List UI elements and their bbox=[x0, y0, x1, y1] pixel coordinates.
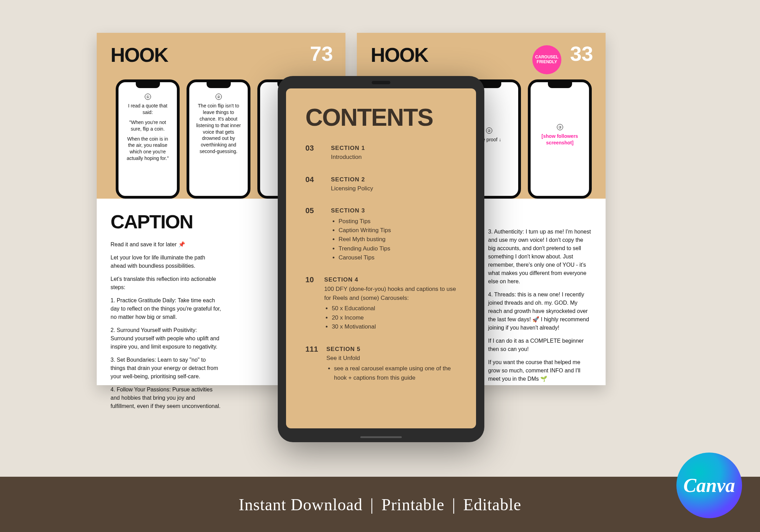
caption-line: Let your love for life illuminate the pa… bbox=[111, 254, 221, 270]
hook-number: 73 bbox=[310, 42, 333, 66]
caption-column: 3. Authenticity: I turn up as me! I'm ho… bbox=[488, 210, 592, 383]
hook-label: HOOK bbox=[111, 43, 332, 66]
carousel-friendly-seal: CAROUSEL FRIENDLY bbox=[532, 45, 561, 74]
caption-line: 2. Surround Yourself with Positivity: Su… bbox=[111, 326, 221, 351]
caption-line: Read it and save it for later 📌 bbox=[111, 240, 221, 249]
toc-desc: See it Unfold bbox=[326, 355, 360, 361]
caption-line: Let's translate this reflection into act… bbox=[111, 275, 221, 292]
toc-title: CONTENTS bbox=[305, 104, 457, 131]
toc-body: SECTION 5 See it Unfold see a real carou… bbox=[326, 345, 457, 382]
toc-num: 10 bbox=[305, 275, 316, 331]
footer-text: Instant Download bbox=[239, 495, 363, 514]
toc-row: 03 SECTION 1 Introduction bbox=[305, 144, 457, 162]
toc-heading: SECTION 2 bbox=[331, 175, 373, 184]
caption-line: 4. Threads: this is a new one! I recentl… bbox=[488, 291, 592, 332]
tablet-frame: CONTENTS 03 SECTION 1 Introduction 04 SE… bbox=[278, 76, 484, 442]
toc-desc: Licensing Policy bbox=[331, 185, 373, 192]
caption-column: Read it and save it for later 📌 Let your… bbox=[111, 240, 221, 410]
footer-text: Editable bbox=[463, 495, 521, 514]
caption-line: 4. Follow Your Passions: Pursue activiti… bbox=[111, 386, 221, 410]
toc-bullet: 20 x Income bbox=[332, 313, 457, 322]
toc-body: SECTION 1 Introduction bbox=[331, 144, 365, 162]
footer-text: Printable bbox=[381, 495, 444, 514]
toc-num: 111 bbox=[305, 345, 318, 382]
canva-logo: Canva bbox=[676, 453, 742, 518]
toc-num: 03 bbox=[305, 144, 323, 162]
toc-bullet: 30 x Motivational bbox=[332, 322, 457, 331]
slide-index: ① bbox=[145, 94, 151, 100]
toc-bullet: 50 x Educational bbox=[332, 304, 457, 313]
toc-body: SECTION 3 Posting Tips Caption Writing T… bbox=[331, 206, 391, 262]
caption-line: 3. Set Boundaries: Learn to say "no" to … bbox=[111, 356, 221, 381]
toc-bullet: Caption Writing Tips bbox=[339, 226, 391, 235]
phone-slide-3: ③ [show followers screenshot] bbox=[528, 79, 592, 199]
phone-text: When the coin is in the air, you realise… bbox=[123, 136, 172, 162]
phone-slide-2: ② The coin flip isn't to leave things to… bbox=[187, 79, 250, 199]
phone-slide-1: ① I read a quote that said: "When you're… bbox=[116, 79, 180, 199]
caption-line: If I can do it as a COMPLETE beginner th… bbox=[488, 337, 592, 353]
toc-body: SECTION 2 Licensing Policy bbox=[331, 175, 373, 193]
toc-row: 05 SECTION 3 Posting Tips Caption Writin… bbox=[305, 206, 457, 262]
toc-bullet: Trending Audio Tips bbox=[339, 244, 391, 253]
phone-text: "When you're not sure, flip a coin. bbox=[123, 119, 172, 132]
toc-heading: SECTION 5 bbox=[326, 345, 457, 354]
toc-row: 111 SECTION 5 See it Unfold see a real c… bbox=[305, 345, 457, 382]
caption-line: 3. Authenticity: I turn up as me! I'm ho… bbox=[488, 228, 592, 286]
toc-desc: Introduction bbox=[331, 154, 362, 160]
toc-bullet: Reel Myth busting bbox=[339, 235, 391, 244]
separator: | bbox=[452, 495, 456, 514]
slide-index: ② bbox=[486, 127, 492, 134]
hook-number: 33 bbox=[570, 42, 593, 66]
toc-row: 04 SECTION 2 Licensing Policy bbox=[305, 175, 457, 193]
toc-bullet: see a real carousel example using one of… bbox=[334, 364, 457, 382]
toc-row: 10 SECTION 4 100 DFY (done-for-you) hook… bbox=[305, 275, 457, 331]
separator: | bbox=[370, 495, 374, 514]
toc-heading: SECTION 1 bbox=[331, 144, 365, 153]
toc-body: SECTION 4 100 DFY (done-for-you) hooks a… bbox=[324, 275, 457, 331]
toc-heading: SECTION 3 bbox=[331, 206, 391, 215]
phone-text: [show followers screenshot] bbox=[535, 133, 584, 146]
phone-text: I read a quote that said: bbox=[123, 103, 172, 116]
toc-bullet: Carousel Tips bbox=[339, 253, 391, 262]
phone-text: The coin flip isn't to leave things to c… bbox=[194, 103, 243, 155]
caption-line: 1. Practice Gratitude Daily: Take time e… bbox=[111, 296, 221, 321]
toc-heading: SECTION 4 bbox=[324, 275, 457, 284]
slide-index: ③ bbox=[557, 124, 563, 130]
toc-num: 05 bbox=[305, 206, 323, 262]
toc-bullet: Posting Tips bbox=[339, 217, 391, 226]
toc-desc: 100 DFY (done-for-you) hooks and caption… bbox=[324, 286, 456, 301]
toc-num: 04 bbox=[305, 175, 323, 193]
footer-bar: Instant Download | Printable | Editable bbox=[0, 477, 760, 532]
tablet-mockup: CONTENTS 03 SECTION 1 Introduction 04 SE… bbox=[278, 76, 484, 442]
slide-index: ② bbox=[216, 94, 222, 100]
tablet-screen: CONTENTS 03 SECTION 1 Introduction 04 SE… bbox=[286, 88, 476, 428]
caption-line: If you want the course that helped me gr… bbox=[488, 358, 592, 383]
